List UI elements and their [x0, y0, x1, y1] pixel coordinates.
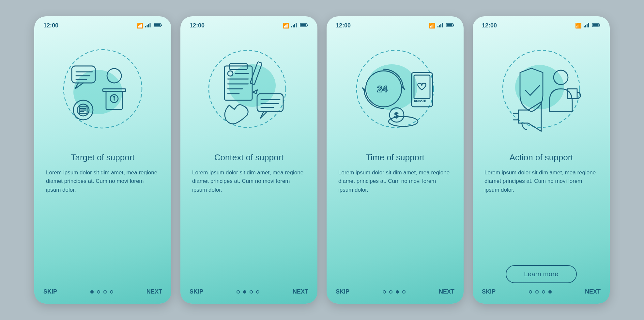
status-bar-1: 12:00 📶 [34, 16, 171, 32]
illustration-svg-4 [489, 38, 593, 143]
svg-rect-70 [588, 23, 589, 27]
next-button-1[interactable]: NEXT [146, 288, 162, 295]
nav-dots-1 [90, 290, 113, 294]
skip-button-4[interactable]: SKIP [482, 288, 496, 295]
status-time-2: 12:00 [190, 22, 205, 29]
screen-title-1: Target of support [46, 152, 160, 163]
next-button-2[interactable]: NEXT [293, 288, 308, 295]
wifi-icon-2: 📶 [283, 23, 289, 29]
screen-title-3: Time of support [338, 152, 452, 163]
dot-3-4 [402, 290, 406, 294]
skip-button-3[interactable]: SKIP [336, 288, 349, 295]
svg-text:$: $ [394, 111, 398, 119]
nav-bar-1: SKIP NEXT [34, 283, 171, 304]
dot-3-1 [383, 290, 386, 294]
phone-screen-3: 12:00 📶 24 [327, 16, 464, 304]
screen-title-2: Context of support [192, 152, 306, 163]
wifi-icon-3: 📶 [429, 23, 436, 29]
dot-4-4 [548, 290, 552, 294]
status-time-1: 12:00 [43, 22, 58, 29]
battery-icon-2 [300, 23, 308, 29]
learn-more-button[interactable]: Learn more [506, 265, 576, 283]
svg-rect-26 [293, 25, 294, 27]
content-area-2: Context of support Lorem ipsum dolor sit… [180, 149, 317, 283]
illustration-4 [473, 32, 610, 149]
illustration-1 [34, 32, 171, 149]
dot-2-1 [237, 290, 240, 294]
svg-point-14 [114, 96, 115, 97]
status-icons-4: 📶 [575, 23, 601, 29]
svg-rect-0 [145, 26, 146, 27]
dot-2-2 [243, 290, 246, 294]
svg-text:24: 24 [377, 84, 388, 94]
illustration-svg-1 [51, 38, 155, 143]
svg-rect-53 [453, 24, 454, 26]
svg-point-8 [73, 70, 122, 114]
svg-rect-72 [599, 24, 600, 26]
screen-title-4: Action of support [484, 152, 598, 163]
svg-rect-1 [147, 25, 148, 27]
svg-rect-68 [585, 25, 586, 27]
svg-rect-50 [440, 24, 441, 27]
svg-rect-27 [294, 24, 295, 27]
status-time-4: 12:00 [482, 22, 497, 29]
dot-1-4 [110, 290, 113, 294]
dot-1-1 [90, 290, 94, 294]
phone-screen-2: 12:00 📶 [180, 16, 317, 304]
illustration-3: 24 DONATE [327, 32, 464, 149]
wifi-icon-1: 📶 [137, 23, 143, 29]
illustration-svg-3: 24 DONATE [343, 38, 447, 143]
svg-rect-73 [593, 24, 599, 26]
nav-bar-4: SKIP NEXT [473, 283, 610, 304]
phone-screen-1: 12:00 📶 [34, 16, 171, 304]
skip-button-1[interactable]: SKIP [43, 288, 57, 295]
signal-icon-1 [145, 23, 152, 29]
dot-4-3 [542, 290, 545, 294]
wifi-icon-4: 📶 [575, 23, 582, 29]
svg-rect-31 [300, 24, 306, 26]
svg-rect-69 [587, 24, 588, 27]
illustration-svg-2 [197, 38, 301, 143]
svg-rect-67 [584, 26, 585, 27]
screen-desc-3: Lorem ipsum dolor sit dim amet, mea regi… [338, 168, 452, 283]
content-area-1: Target of support Lorem ipsum dolor sit … [34, 149, 171, 283]
svg-rect-6 [154, 24, 160, 26]
dot-3-3 [396, 290, 399, 294]
content-area-4: Action of support Lorem ipsum dolor sit … [473, 149, 610, 283]
svg-rect-49 [439, 25, 440, 27]
status-time-3: 12:00 [336, 22, 351, 29]
svg-rect-30 [307, 24, 308, 26]
skip-button-2[interactable]: SKIP [190, 288, 203, 295]
dot-2-3 [250, 290, 253, 294]
nav-bar-2: SKIP NEXT [180, 283, 317, 304]
signal-icon-3 [437, 23, 444, 29]
svg-rect-2 [148, 24, 149, 27]
svg-marker-60 [362, 88, 366, 91]
svg-text:DONATE: DONATE [414, 99, 426, 103]
next-button-4[interactable]: NEXT [585, 288, 601, 295]
svg-rect-54 [447, 24, 452, 26]
status-icons-3: 📶 [429, 23, 454, 29]
dot-2-4 [256, 290, 259, 294]
status-bar-4: 12:00 📶 [473, 16, 610, 32]
svg-rect-5 [161, 24, 162, 26]
content-area-3: Time of support Lorem ipsum dolor sit di… [327, 149, 464, 283]
signal-icon-2 [291, 23, 298, 29]
dot-4-2 [535, 290, 539, 294]
battery-icon-3 [446, 23, 454, 29]
dot-3-2 [389, 290, 392, 294]
nav-dots-3 [383, 290, 406, 294]
next-button-3[interactable]: NEXT [439, 288, 454, 295]
screen-desc-1: Lorem ipsum dolor sit dim amet, mea regi… [46, 168, 160, 283]
dot-1-3 [103, 290, 107, 294]
dot-1-2 [97, 290, 100, 294]
illustration-2 [180, 32, 317, 149]
nav-dots-2 [237, 290, 259, 294]
screen-desc-4: Lorem ipsum dolor sit dim amet, mea regi… [484, 168, 598, 259]
svg-rect-3 [150, 23, 151, 27]
svg-point-36 [228, 71, 233, 76]
status-icons-2: 📶 [283, 23, 308, 29]
nav-bar-3: SKIP NEXT [327, 283, 464, 304]
dot-4-1 [529, 290, 532, 294]
svg-rect-25 [291, 26, 292, 27]
